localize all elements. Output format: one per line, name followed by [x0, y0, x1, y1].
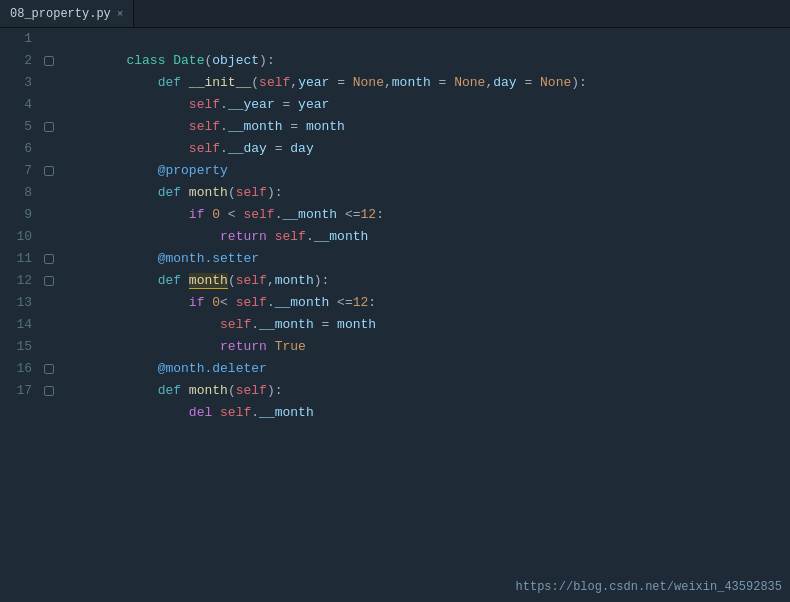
code-line-8: if 0 < self.__month <=12: — [64, 182, 790, 204]
active-tab[interactable]: 08_property.py × — [0, 0, 134, 27]
breakpoint[interactable] — [44, 364, 54, 374]
code-line-13: self.__month = month — [64, 292, 790, 314]
code-line-17: del self.__month — [64, 380, 790, 402]
line-number: 17 — [0, 380, 32, 402]
line-number: 4 — [0, 94, 32, 116]
line-number: 6 — [0, 138, 32, 160]
line-numbers: 1 2 3 4 5 6 7 8 9 10 11 12 13 14 15 16 1… — [0, 28, 40, 602]
code-line-14: return True — [64, 314, 790, 336]
breakpoint[interactable] — [44, 386, 54, 396]
code-line-12: if 0< self.__month <=12: — [64, 270, 790, 292]
code-line-2: def __init__(self,year = None,month = No… — [64, 50, 790, 72]
tab-label: 08_property.py — [10, 7, 111, 21]
code-area[interactable]: class Date(object): def __init__(self,ye… — [60, 28, 790, 602]
breakpoint[interactable] — [44, 254, 54, 264]
line-number: 13 — [0, 292, 32, 314]
breakpoint[interactable] — [44, 276, 54, 286]
breakpoint[interactable] — [44, 56, 54, 66]
code-line-6: @property — [64, 138, 790, 160]
code-line-1: class Date(object): — [64, 28, 790, 50]
code-line-15: @month.deleter — [64, 336, 790, 358]
code-line-9: return self.__month — [64, 204, 790, 226]
line-number: 1 — [0, 28, 32, 50]
gutter — [40, 28, 60, 602]
line-number: 2 — [0, 50, 32, 72]
editor-area: 1 2 3 4 5 6 7 8 9 10 11 12 13 14 15 16 1… — [0, 28, 790, 602]
editor-window: 08_property.py × 1 2 3 4 5 6 7 8 9 10 11… — [0, 0, 790, 602]
close-icon[interactable]: × — [117, 8, 124, 20]
line-number: 5 — [0, 116, 32, 138]
code-line-7: def month(self): — [64, 160, 790, 182]
tab-bar: 08_property.py × — [0, 0, 790, 28]
code-line-3: self.__year = year — [64, 72, 790, 94]
line-number: 12 — [0, 270, 32, 292]
breakpoint[interactable] — [44, 166, 54, 176]
line-number: 10 — [0, 226, 32, 248]
line-number: 16 — [0, 358, 32, 380]
line-number: 7 — [0, 160, 32, 182]
code-line-10: @month.setter — [64, 226, 790, 248]
breakpoint[interactable] — [44, 122, 54, 132]
code-line-4: self.__month = month — [64, 94, 790, 116]
line-number: 9 — [0, 204, 32, 226]
line-number: 3 — [0, 72, 32, 94]
line-number: 14 — [0, 314, 32, 336]
line-number: 11 — [0, 248, 32, 270]
code-line-5: self.__day = day — [64, 116, 790, 138]
line-number: 15 — [0, 336, 32, 358]
code-line-11: def month(self,month): — [64, 248, 790, 270]
line-number: 8 — [0, 182, 32, 204]
code-line-16: def month(self): — [64, 358, 790, 380]
url-bar: https://blog.csdn.net/weixin_43592835 — [516, 580, 782, 594]
